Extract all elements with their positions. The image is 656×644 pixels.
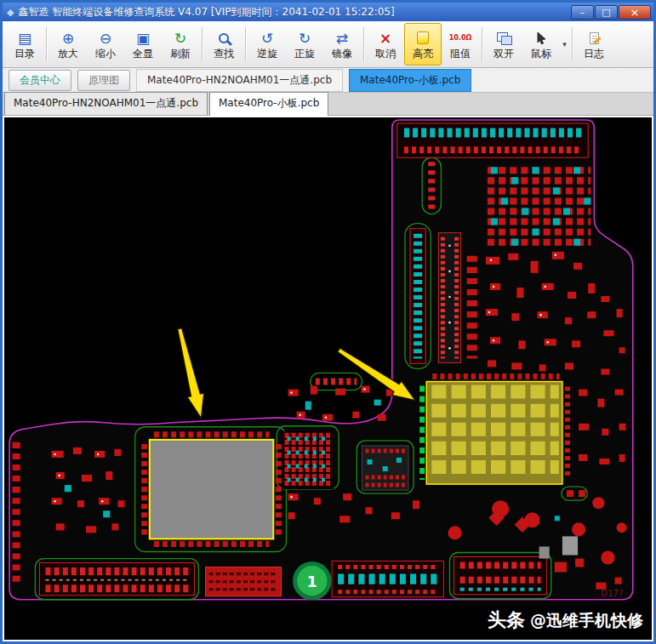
rotate-cw-button[interactable]: ↻ 正旋 [286,23,323,66]
pcb-viewer-frame: 1 D17? 头条@迅维手机快修 [3,116,653,641]
log-icon [590,32,599,44]
main-toolbar: ▤ 目录 ⊕ 放大 ⊖ 缩小 ▣ 全显 ↻ 刷新 查找 ↺ 逆旋 [3,21,653,68]
zoom-out-icon: ⊖ [97,30,114,47]
watermark: 头条@迅维手机快修 [488,607,643,633]
app-logo-icon: ◆ [7,7,14,18]
watermark-handle: @迅维手机快修 [530,611,643,630]
catalog-button[interactable]: ▤ 目录 [6,23,43,66]
toolbar-separator [482,27,482,61]
highlight-icon [417,31,429,44]
resistance-icon: 10.0Ω [449,30,472,47]
highlighted-chip-right[interactable] [422,376,568,484]
pcb-canvas[interactable]: 1 D17? 头条@迅维手机快修 [4,117,652,640]
fit-view-icon: ▣ [134,30,151,47]
toolbar-separator [46,27,47,61]
mirror-button[interactable]: ⇄ 镜像 [323,23,361,66]
window-controls: – □ × [571,5,651,20]
step-marker: 1 [295,564,329,598]
zoom-out-button[interactable]: ⊖ 缩小 [87,23,124,66]
cancel-icon: × [377,30,394,47]
nav-row: 会员中心 原理图 Mate40Pro-HN2NOAHM01一点通.pcb Mat… [3,68,653,93]
mouse-mode-dropdown[interactable]: ▾ [560,23,569,66]
toolbar-separator [572,27,573,61]
search-button[interactable]: 查找 [205,23,242,66]
dual-window-icon [497,32,511,44]
toolbar-separator [363,27,364,61]
zoom-in-icon: ⊕ [60,30,77,47]
doc-tab-pcb-2[interactable]: Mate40Pro-小板.pcb [209,92,328,116]
rotate-ccw-icon: ↺ [259,30,276,47]
refresh-button[interactable]: ↻ 刷新 [162,23,199,66]
toolbar-separator [245,27,246,61]
toolbar-separator [202,27,203,61]
highlight-button[interactable]: 高亮 [404,23,442,66]
catalog-icon: ▤ [16,30,33,47]
mouse-cursor-icon [535,31,547,45]
nav-tab-pcb-2[interactable]: Mate40Pro-小板.pcb [349,69,471,92]
highlighted-chip-left[interactable] [145,435,279,544]
arrow-left-chip [178,328,204,419]
minimize-button[interactable]: – [571,5,594,20]
close-button[interactable]: × [619,5,651,20]
nav-tab-pcb-1[interactable]: Mate40Pro-HN2NOAHM01一点通.pcb [136,69,343,92]
refresh-icon: ↻ [172,30,189,47]
member-center-button[interactable]: 会员中心 [9,70,71,91]
maximize-button[interactable]: □ [595,5,618,20]
log-button[interactable]: 日志 [575,23,613,66]
document-tabs: Mate40Pro-HN2NOAHM01一点通.pcb Mate40Pro-小板… [3,93,653,116]
doc-tab-pcb-1[interactable]: Mate40Pro-HN2NOAHM01一点通.pcb [4,92,208,115]
mirror-icon: ⇄ [334,30,351,47]
window-title: 鑫智造 智能终端设备维修查询系统 V4.07 [VIP到期时间：2041-02-… [18,5,571,20]
dual-window-button[interactable]: 双开 [485,23,522,66]
cancel-button[interactable]: × 取消 [367,23,404,66]
resistance-button[interactable]: 10.0Ω 阻值 [442,23,479,66]
search-icon [219,33,229,43]
titlebar: ◆ 鑫智造 智能终端设备维修查询系统 V4.07 [VIP到期时间：2041-0… [3,3,653,21]
app-window: ◆ 鑫智造 智能终端设备维修查询系统 V4.07 [VIP到期时间：2041-0… [0,0,656,644]
schematic-button[interactable]: 原理图 [77,70,130,91]
rotate-ccw-button[interactable]: ↺ 逆旋 [248,23,286,66]
step-marker-label: 1 [307,573,317,590]
silkscreen-label: D17? [601,589,623,598]
zoom-in-button[interactable]: ⊕ 放大 [49,23,87,66]
fit-view-button[interactable]: ▣ 全显 [124,23,162,66]
rotate-cw-icon: ↻ [296,30,313,47]
watermark-brand: 头条 [488,609,525,630]
mouse-mode-button[interactable]: 鼠标 [522,23,560,66]
